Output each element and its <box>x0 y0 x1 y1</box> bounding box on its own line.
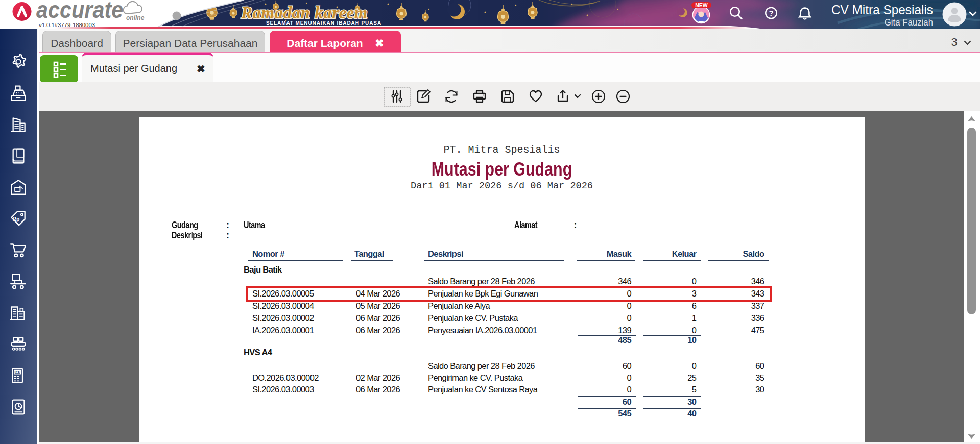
svg-text:SELAMAT MENUNAIKAN IBADAH PUAS: SELAMAT MENUNAIKAN IBADAH PUASA <box>266 20 381 26</box>
svg-text:Ramadan kareem: Ramadan kareem <box>241 4 368 22</box>
svg-text:CV Mitra Spesialis: CV Mitra Spesialis <box>831 2 933 17</box>
svg-text:TAX: TAX <box>14 370 21 374</box>
svg-text:?: ? <box>769 9 773 17</box>
svg-text:online: online <box>126 14 145 21</box>
svg-text:accurate: accurate <box>36 0 123 22</box>
svg-text:Rp: Rp <box>13 216 20 222</box>
svg-text:NEW: NEW <box>695 2 708 8</box>
svg-text:Gita Fauziah: Gita Fauziah <box>885 17 933 28</box>
